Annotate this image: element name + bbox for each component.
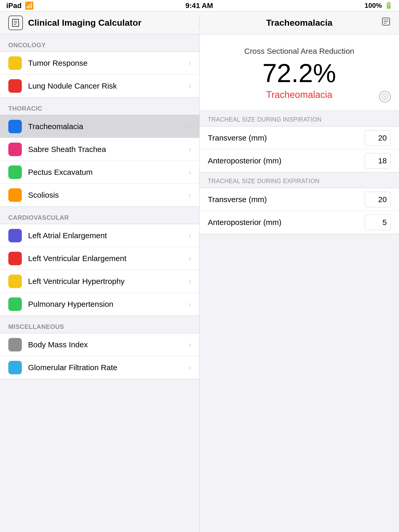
list-item-icon-gfr — [8, 361, 22, 374]
right-panel: Cross Sectional Area Reduction 72.2% Tra… — [200, 34, 399, 532]
list-item-label-left-ventricular-hyper: Left Ventricular Hypertrophy — [28, 277, 187, 286]
wifi-icon: 📶 — [25, 1, 34, 10]
list-item-icon-tracheomalacia — [8, 120, 22, 133]
list-group-miscellaneous: Body Mass Index›Glomerular Filtration Ra… — [0, 333, 199, 379]
list-item-icon-pulmonary-hypertension — [8, 297, 22, 311]
form-label-exp-transverse: Transverse (mm) — [208, 195, 365, 204]
result-value: 72.2% — [262, 59, 336, 87]
list-item-label-gfr: Glomerular Filtration Rate — [28, 363, 187, 372]
list-item-bmi[interactable]: Body Mass Index› — [0, 333, 199, 356]
list-item-icon-left-ventricular-enlarge — [8, 252, 22, 265]
list-item-scoliosis[interactable]: Scoliosis› — [0, 184, 199, 207]
section-header-cardiovascular: CARDIOVASCULAR — [0, 207, 199, 224]
list-item-label-tracheomalacia: Tracheomalacia — [28, 122, 187, 131]
expiration-form-group: Transverse (mm)Anteroposterior (mm) — [200, 188, 399, 234]
main-content: ONCOLOGYTumor Response›Lung Nodule Cance… — [0, 34, 399, 532]
status-bar: iPad 📶 9:41 AM 100% 🔋 — [0, 0, 399, 11]
inspiration-section-header: TRACHEAL SIZE DURING INSPIRATION — [200, 111, 399, 126]
form-row-insp-transverse: Transverse (mm) — [200, 127, 399, 149]
chevron-right-icon: › — [189, 82, 191, 90]
list-item-pectus[interactable]: Pectus Excavatum› — [0, 161, 199, 184]
list-item-label-lung-nodule: Lung Nodule Cancer Risk — [28, 82, 187, 90]
form-label-exp-anteroposterior: Anteroposterior (mm) — [208, 218, 365, 227]
app-icon — [8, 16, 23, 30]
list-item-label-bmi: Body Mass Index — [28, 340, 187, 349]
nav-left: Clinical Imaging Calculator — [0, 16, 200, 30]
detail-title: Tracheomalacia — [266, 18, 332, 28]
chevron-right-icon: › — [189, 59, 191, 67]
list-item-icon-left-ventricular-hyper — [8, 275, 22, 288]
inspiration-form-group: Transverse (mm)Anteroposterior (mm) — [200, 126, 399, 172]
list-item-icon-tumor-response — [8, 56, 22, 70]
chevron-right-icon: › — [189, 168, 191, 176]
chevron-right-icon: › — [189, 122, 191, 131]
section-header-thoracic: THORACIC — [0, 98, 199, 115]
form-row-insp-anteroposterior: Anteroposterior (mm) — [200, 149, 399, 172]
nav-right: Tracheomalacia — [200, 18, 399, 28]
list-item-lung-nodule[interactable]: Lung Nodule Cancer Risk› — [0, 75, 199, 97]
list-item-label-scoliosis: Scoliosis — [28, 191, 187, 200]
list-item-label-left-atrial: Left Atrial Enlargement — [28, 231, 187, 240]
list-item-left-ventricular-hyper[interactable]: Left Ventricular Hypertrophy› — [0, 270, 199, 293]
list-item-label-sabre-sheath: Sabre Sheath Trachea — [28, 145, 187, 154]
list-item-icon-pectus — [8, 165, 22, 179]
list-item-left-ventricular-enlarge[interactable]: Left Ventricular Enlargement› — [0, 247, 199, 270]
list-item-tracheomalacia[interactable]: Tracheomalacia› — [0, 115, 199, 138]
chevron-right-icon: › — [189, 363, 191, 372]
status-bar-time: 9:41 AM — [185, 2, 213, 10]
list-item-icon-lung-nodule — [8, 79, 22, 93]
list-item-tumor-response[interactable]: Tumor Response› — [0, 52, 199, 75]
chevron-right-icon: › — [189, 254, 191, 263]
list-item-label-left-ventricular-enlarge: Left Ventricular Enlargement — [28, 254, 187, 263]
notes-icon[interactable] — [381, 17, 391, 29]
chevron-right-icon: › — [189, 231, 191, 240]
chevron-right-icon: › — [189, 300, 191, 308]
section-header-oncology: ONCOLOGY — [0, 34, 199, 51]
form-input-exp-anteroposterior[interactable] — [365, 215, 391, 230]
list-item-label-tumor-response: Tumor Response — [28, 59, 187, 68]
chevron-right-icon: › — [189, 191, 191, 199]
list-item-left-atrial[interactable]: Left Atrial Enlargement› — [0, 224, 199, 247]
form-input-insp-transverse[interactable] — [365, 130, 391, 146]
section-header-miscellaneous: MISCELLANEOUS — [0, 316, 199, 333]
form-label-insp-transverse: Transverse (mm) — [208, 134, 365, 142]
expiration-section-header: TRACHEAL SIZE DURING EXPIRATION — [200, 172, 399, 188]
chevron-right-icon: › — [189, 341, 191, 349]
chevron-right-icon: › — [189, 145, 191, 154]
list-item-icon-left-atrial — [8, 229, 22, 242]
form-input-exp-transverse[interactable] — [365, 192, 391, 207]
battery-label: 100% — [365, 2, 382, 10]
list-item-sabre-sheath[interactable]: Sabre Sheath Trachea› — [0, 138, 199, 161]
form-label-insp-anteroposterior: Anteroposterior (mm) — [208, 156, 365, 165]
list-item-icon-scoliosis — [8, 188, 22, 202]
battery-icon: 🔋 — [384, 2, 393, 10]
form-row-exp-anteroposterior: Anteroposterior (mm) — [200, 211, 399, 234]
list-item-label-pectus: Pectus Excavatum — [28, 168, 187, 177]
list-item-icon-sabre-sheath — [8, 143, 22, 156]
nav-bar: Clinical Imaging Calculator Tracheomalac… — [0, 11, 399, 34]
result-card: Cross Sectional Area Reduction 72.2% Tra… — [200, 34, 399, 111]
info-icon[interactable]: ⓘ — [379, 91, 391, 102]
status-bar-right: 100% 🔋 — [365, 2, 393, 10]
list-group-oncology: Tumor Response›Lung Nodule Cancer Risk› — [0, 51, 199, 98]
list-item-gfr[interactable]: Glomerular Filtration Rate› — [0, 356, 199, 379]
chevron-right-icon: › — [189, 277, 191, 285]
result-subtitle: Cross Sectional Area Reduction — [244, 47, 354, 56]
app-title: Clinical Imaging Calculator — [28, 18, 141, 28]
list-item-pulmonary-hypertension[interactable]: Pulmonary Hypertension› — [0, 293, 199, 316]
form-input-insp-anteroposterior[interactable] — [365, 153, 391, 169]
list-group-thoracic: Tracheomalacia›Sabre Sheath Trachea›Pect… — [0, 115, 199, 207]
result-label: Tracheomalacia — [266, 89, 332, 100]
form-row-exp-transverse: Transverse (mm) — [200, 188, 399, 211]
left-panel: ONCOLOGYTumor Response›Lung Nodule Cance… — [0, 34, 200, 532]
list-item-icon-bmi — [8, 338, 22, 351]
list-item-label-pulmonary-hypertension: Pulmonary Hypertension — [28, 300, 187, 309]
list-group-cardiovascular: Left Atrial Enlargement›Left Ventricular… — [0, 224, 199, 316]
status-bar-left: iPad 📶 — [6, 1, 34, 10]
ipad-label: iPad — [6, 2, 22, 10]
